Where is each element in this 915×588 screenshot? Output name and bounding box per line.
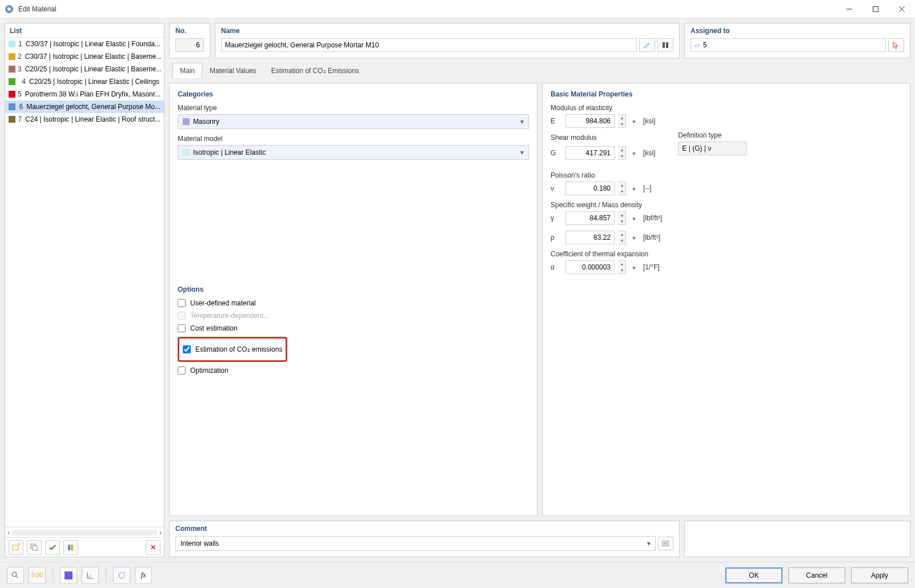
color-swatch (9, 116, 15, 123)
pick-assigned-button[interactable] (888, 38, 904, 52)
material-model-label: Material model (178, 135, 529, 143)
color-button[interactable] (60, 567, 77, 584)
material-list[interactable]: 1 C30/37 | Isotropic | Linear Elastic | … (5, 38, 164, 527)
name-field[interactable]: Mauerziegel gelocht, General Purpose Mor… (221, 38, 637, 52)
checkbox[interactable] (183, 345, 191, 353)
ok-button[interactable]: OK (725, 567, 782, 583)
scroll-right-icon[interactable]: › (159, 529, 162, 537)
goto-icon[interactable]: ▸ (629, 146, 640, 160)
scroll-left-icon[interactable]: ‹ (7, 529, 10, 537)
list-horizontal-scrollbar[interactable]: ‹ › (5, 527, 164, 537)
tab-estimation-of-co-emissions[interactable]: Estimation of CO₂ Emissions (264, 63, 367, 78)
checkbox[interactable] (178, 367, 186, 374)
spinner[interactable]: ▴▾ (618, 114, 626, 128)
comment-combo[interactable]: Interior walls ▾ (175, 536, 656, 551)
option-estimation-of-co-emissions[interactable]: Estimation of CO₂ emissions (183, 345, 282, 353)
option-cost-estimation[interactable]: Cost estimation (178, 324, 529, 332)
list-item-number: 2 (18, 53, 22, 61)
color-swatch (9, 66, 15, 73)
copy-item-button[interactable] (27, 540, 42, 555)
units-button[interactable]: 0.00 (29, 567, 46, 584)
list-item[interactable]: 3 C20/25 | Isotropic | Linear Elastic | … (5, 63, 164, 75)
goto-icon[interactable]: ▸ (629, 231, 640, 244)
property-value-field[interactable]: 417.291 (565, 146, 615, 160)
list-item-label: C24 | Isotropic | Linear Elastic | Roof … (25, 115, 160, 123)
list-item[interactable]: 1 C30/37 | Isotropic | Linear Elastic | … (5, 38, 164, 50)
spinner[interactable]: ▴▾ (618, 182, 626, 195)
spinner[interactable]: ▴▾ (618, 231, 626, 244)
list-item-label: Mauerziegel gelocht, General Purpose Mo.… (26, 103, 160, 111)
property-value-field[interactable]: 0.000003 (565, 260, 615, 274)
chevron-down-icon: ▾ (647, 539, 651, 547)
no-field[interactable] (175, 38, 204, 52)
categories-options-panel: Categories Material type Masonry ▾ Mater… (169, 83, 537, 516)
material-model-combo[interactable]: Isotropic | Linear Elastic ▾ (178, 145, 529, 160)
new-item-button[interactable]: ✦ (9, 540, 23, 555)
library-button[interactable] (63, 540, 78, 555)
window-minimize-button[interactable] (836, 0, 862, 18)
window-close-button[interactable] (889, 0, 915, 18)
scrollbar-track[interactable] (12, 530, 157, 535)
list-item-label: C30/37 | Isotropic | Linear Elastic | Fo… (26, 40, 160, 48)
goto-icon[interactable]: ▸ (629, 114, 640, 128)
assigned-field[interactable]: ▱ 5 (691, 38, 886, 52)
goto-icon[interactable]: ▸ (629, 182, 640, 195)
list-item-number: 4 (18, 78, 26, 86)
material-type-combo[interactable]: Masonry ▾ (178, 114, 529, 129)
delete-item-button[interactable]: ✕ (146, 540, 160, 555)
checkbox (178, 312, 186, 320)
comment-extra-button[interactable] (658, 537, 673, 550)
list-item-number: 1 (18, 40, 22, 48)
option-label: Temperature-dependent... (190, 312, 269, 320)
list-header: List (5, 23, 164, 38)
window-title: Edit Material (18, 5, 836, 13)
window-maximize-button[interactable] (862, 0, 889, 18)
option-label: Cost estimation (190, 324, 238, 332)
spinner[interactable]: ▴▾ (618, 146, 626, 160)
property-symbol: E (551, 117, 562, 125)
search-button[interactable] (7, 567, 24, 584)
svg-line-16 (16, 576, 18, 578)
property-title: Specific weight / Mass density (551, 201, 902, 209)
property-title: Coefficient of thermal expansion (551, 250, 902, 258)
property-row: G 417.291 ▴▾ ▸ [ksi] (551, 146, 655, 160)
property-unit: [lb/ft³] (643, 233, 660, 241)
cancel-button[interactable]: Cancel (788, 567, 845, 583)
property-value-field[interactable]: 83.22 (565, 231, 615, 244)
property-value-field[interactable]: 0.180 (565, 182, 615, 195)
option-temperature-dependent-: Temperature-dependent... (178, 312, 529, 320)
list-item[interactable]: 5 Porotherm 38 W.i Plan EFH Dryfix, Maso… (5, 88, 164, 100)
edit-name-button[interactable] (639, 38, 655, 52)
list-item-label: Porotherm 38 W.i Plan EFH Dryfix, Masonr… (25, 90, 160, 98)
footer: 0.00 fx OK Cancel Apply (0, 562, 915, 588)
tab-main[interactable]: Main (172, 63, 202, 78)
library-name-button[interactable] (657, 38, 673, 52)
property-symbol: G (551, 149, 562, 157)
comment-header: Comment (175, 525, 673, 533)
list-item[interactable]: 4 C20/25 | Isotropic | Linear Elastic | … (5, 75, 164, 88)
axes-button[interactable] (82, 567, 99, 584)
list-item[interactable]: 2 C30/37 | Isotropic | Linear Elastic | … (5, 50, 164, 63)
option-optimization[interactable]: Optimization (178, 367, 529, 374)
chevron-down-icon: ▾ (520, 118, 524, 126)
checkbox[interactable] (178, 299, 186, 307)
list-item[interactable]: 7 C24 | Isotropic | Linear Elastic | Roo… (5, 113, 164, 126)
goto-icon[interactable]: ▸ (629, 211, 640, 225)
refresh-button[interactable] (113, 567, 130, 584)
option-user-defined-material[interactable]: User-defined material (178, 299, 529, 307)
formula-button[interactable]: fx (135, 567, 152, 584)
check-button[interactable] (45, 540, 60, 555)
svg-rect-17 (65, 571, 73, 579)
spinner[interactable]: ▴▾ (618, 211, 626, 225)
tab-material-values[interactable]: Material Values (202, 63, 264, 78)
list-item[interactable]: 6 Mauerziegel gelocht, General Purpose M… (5, 100, 164, 113)
apply-button[interactable]: Apply (851, 567, 908, 583)
goto-icon[interactable]: ▸ (629, 260, 640, 274)
spinner[interactable]: ▴▾ (618, 260, 626, 274)
definition-type-field[interactable]: E | (G) | ν (678, 142, 747, 155)
property-value-field[interactable]: 84.857 (565, 211, 615, 225)
svg-rect-12 (663, 541, 668, 546)
property-value-field[interactable]: 984.806 (565, 114, 615, 128)
checkbox[interactable] (178, 324, 186, 332)
material-type-swatch (183, 118, 190, 125)
